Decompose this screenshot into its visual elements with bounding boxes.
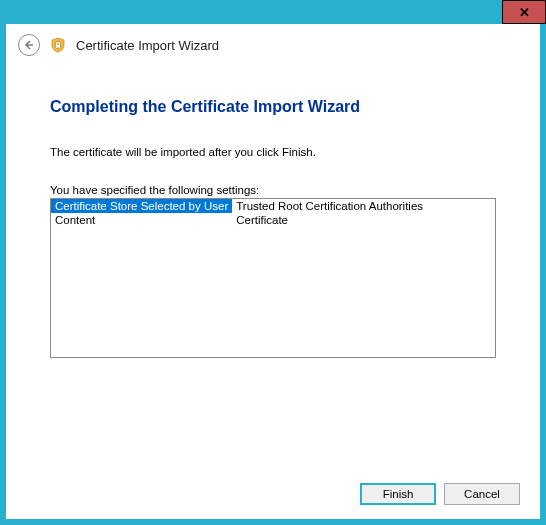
wizard-footer: Finish Cancel [6, 471, 540, 519]
setting-value: Trusted Root Certification Authorities [232, 199, 495, 213]
wizard-window: Certificate Import Wizard Completing the… [6, 24, 540, 519]
finish-button[interactable]: Finish [360, 483, 436, 505]
cancel-button-label: Cancel [464, 488, 500, 500]
intro-text: The certificate will be imported after y… [50, 146, 496, 158]
settings-label: You have specified the following setting… [50, 184, 496, 196]
svg-point-2 [57, 43, 59, 45]
window-titlebar: ✕ [0, 0, 546, 24]
settings-listbox[interactable]: Certificate Store Selected by User Trust… [50, 198, 496, 358]
arrow-left-icon [23, 39, 35, 51]
certificate-shield-icon [50, 37, 66, 53]
close-icon: ✕ [519, 5, 530, 20]
wizard-header: Certificate Import Wizard [6, 24, 540, 70]
setting-value: Certificate [232, 213, 495, 227]
table-row[interactable]: Content Certificate [51, 213, 495, 227]
cancel-button[interactable]: Cancel [444, 483, 520, 505]
wizard-content: Completing the Certificate Import Wizard… [6, 70, 540, 471]
finish-button-label: Finish [383, 488, 414, 500]
close-button[interactable]: ✕ [502, 0, 546, 24]
table-row[interactable]: Certificate Store Selected by User Trust… [51, 199, 495, 213]
wizard-title: Certificate Import Wizard [76, 38, 219, 53]
setting-key: Certificate Store Selected by User [51, 199, 232, 213]
settings-table: Certificate Store Selected by User Trust… [51, 199, 495, 227]
page-heading: Completing the Certificate Import Wizard [50, 98, 496, 116]
back-button[interactable] [18, 34, 40, 56]
setting-key: Content [51, 213, 232, 227]
